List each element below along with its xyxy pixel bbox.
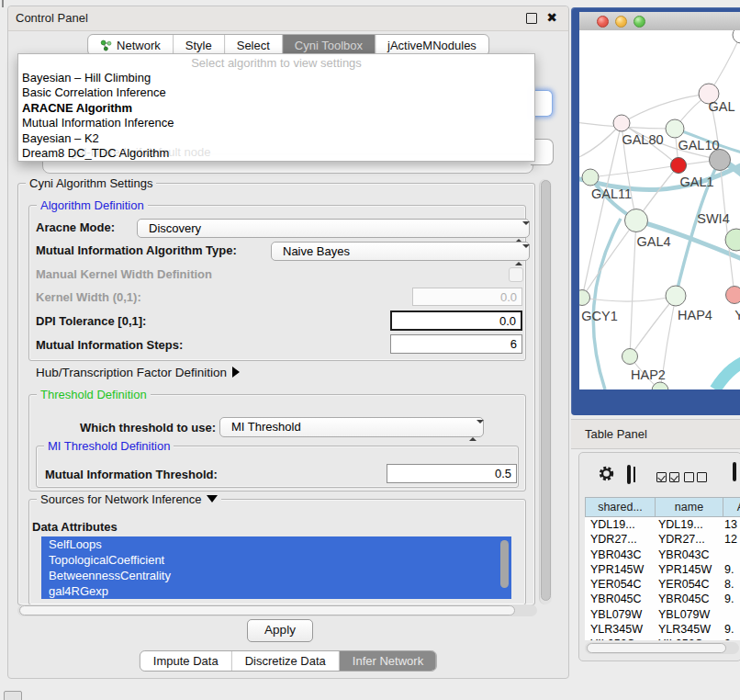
column-header[interactable]: A bbox=[723, 497, 740, 517]
tab-jactivemnodules[interactable]: jActiveMNodules bbox=[376, 35, 488, 55]
manual-kernel-width-checkbox[interactable] bbox=[509, 267, 523, 282]
algorithm-options: Bayesian – Hill ClimbingBasic Correlatio… bbox=[18, 71, 534, 161]
node-label: GAL4 bbox=[636, 234, 670, 249]
table-cell: YBR043C bbox=[585, 548, 656, 562]
network-window-titlebar[interactable] bbox=[579, 12, 740, 31]
gear-icon[interactable] bbox=[598, 465, 615, 486]
column-header[interactable]: name bbox=[655, 497, 723, 517]
algorithm-option[interactable]: Dream8 DC_TDC Algorithm bbox=[18, 146, 534, 161]
minimize-traffic-light[interactable] bbox=[615, 16, 627, 28]
table-row[interactable]: YBR043CYBR043C bbox=[585, 548, 740, 562]
tab-impute-data[interactable]: Impute Data bbox=[140, 651, 232, 671]
algorithm-option[interactable]: Mutual Information Inference bbox=[18, 116, 534, 130]
table-cell: YDR27... bbox=[585, 532, 656, 547]
data-attribute-item[interactable]: SelfLoops bbox=[41, 536, 511, 552]
dpi-tolerance-field[interactable]: 0.0 bbox=[390, 310, 522, 331]
control-panel-titlebar: Control Panel ✖ bbox=[8, 6, 568, 31]
table-cell bbox=[724, 548, 740, 562]
close-icon[interactable]: ✖ bbox=[546, 10, 557, 25]
combo-value: MI Threshold bbox=[231, 420, 301, 434]
tab-select[interactable]: Select bbox=[225, 35, 283, 55]
node-label: GCY1 bbox=[581, 309, 618, 323]
algorithm-option[interactable]: ARACNE Algorithm bbox=[18, 101, 534, 116]
table-row[interactable]: YBR045CYBR045C9. bbox=[585, 592, 740, 606]
sources-title: Sources for Network Inference bbox=[40, 492, 202, 506]
checked-checkboxes-icon[interactable] bbox=[656, 469, 679, 486]
node-gal1-red[interactable] bbox=[671, 158, 687, 174]
node-y-salmon[interactable] bbox=[726, 287, 740, 304]
node-gal4[interactable] bbox=[625, 209, 648, 232]
table-cell: YLR345W bbox=[656, 622, 724, 637]
table-cell: 12 bbox=[724, 532, 740, 547]
unchecked-checkboxes-icon[interactable] bbox=[684, 469, 707, 486]
data-attribute-item[interactable]: BetweennessCentrality bbox=[41, 568, 511, 583]
tab-label: Select bbox=[237, 39, 270, 52]
mi-steps-field[interactable]: 6 bbox=[390, 334, 522, 354]
columns-icon[interactable] bbox=[627, 467, 631, 483]
which-threshold-label: Which threshold to use: bbox=[80, 421, 216, 435]
table-row[interactable]: YBL079WYBL079W bbox=[585, 607, 740, 622]
node-bottom[interactable] bbox=[652, 382, 668, 390]
cyni-bottom-tabbar: Impute Data Discretize Data Infer Networ… bbox=[140, 650, 437, 672]
table-header: shared... name A bbox=[585, 497, 740, 517]
node-hap2[interactable] bbox=[622, 349, 638, 365]
node-gcy1[interactable] bbox=[579, 290, 590, 306]
node-hap4[interactable] bbox=[666, 286, 686, 306]
data-attribute-item[interactable]: gal4RGexp bbox=[41, 583, 511, 599]
tab-discretize-data[interactable]: Discretize Data bbox=[232, 651, 340, 671]
table-panel-titlebar: Table Panel bbox=[571, 419, 740, 449]
which-threshold-combo[interactable]: MI Threshold bbox=[219, 417, 484, 437]
node-gal10[interactable] bbox=[666, 119, 684, 138]
table-row[interactable]: YLR345WYLR345W9. bbox=[585, 622, 740, 637]
kernel-width-label: Kernel Width (0,1): bbox=[36, 290, 141, 304]
settings-vertical-scrollbar[interactable] bbox=[539, 179, 552, 604]
table-row[interactable]: YER054CYER054C8. bbox=[585, 577, 740, 592]
node-top-right[interactable] bbox=[733, 30, 740, 43]
mi-algorithm-type-combo[interactable]: Naive Bayes bbox=[271, 242, 530, 261]
hub-definition-expander[interactable]: Hub/Transcription Factor Definition bbox=[36, 366, 240, 379]
list-scrollbar-thumb[interactable] bbox=[500, 540, 509, 588]
table-row[interactable]: YIL052CYIL052C9. bbox=[585, 637, 740, 640]
column-header[interactable]: shared... bbox=[585, 497, 655, 517]
mi-threshold-field[interactable]: 0.5 bbox=[387, 464, 517, 483]
algorithm-option[interactable]: Basic Correlation Inference bbox=[18, 85, 534, 100]
tab-style[interactable]: Style bbox=[174, 35, 225, 55]
algorithm-option[interactable]: Bayesian – K2 bbox=[18, 131, 534, 146]
tab-infer-network[interactable]: Infer Network bbox=[340, 651, 436, 671]
manual-kernel-width-label: Manual Kernel Width Definition bbox=[36, 267, 212, 281]
table-cell: YBR045C bbox=[585, 592, 656, 606]
table-cell: YIL052C bbox=[585, 637, 656, 640]
combo-arrows-icon bbox=[469, 422, 477, 433]
kernel-width-field[interactable]: 0.0 bbox=[412, 288, 522, 306]
close-traffic-light[interactable] bbox=[597, 16, 609, 28]
apply-button[interactable]: Apply bbox=[247, 619, 313, 642]
data-attribute-item[interactable]: TopologicalCoefficient bbox=[41, 552, 511, 568]
zoom-traffic-light[interactable] bbox=[633, 16, 645, 28]
node-gal11[interactable] bbox=[582, 169, 599, 186]
sources-expander[interactable]: Sources for Network Inference bbox=[37, 492, 221, 506]
table-cell: 9. bbox=[724, 592, 740, 606]
document-icon[interactable] bbox=[733, 464, 736, 480]
table-row[interactable]: YPR145WYPR145W9. bbox=[585, 562, 740, 577]
node-label: GAL10 bbox=[678, 138, 719, 152]
network-canvas[interactable]: GAL GAL80 GAL10 GAL1 GAL11 SWI4 GAL4 GCY… bbox=[579, 30, 740, 390]
table-horizontal-scrollbar[interactable] bbox=[585, 642, 739, 654]
table-row[interactable]: YDL19...YDL19...13 bbox=[585, 517, 740, 532]
data-attributes-list[interactable]: SelfLoopsTopologicalCoefficientBetweenne… bbox=[41, 536, 511, 601]
algorithm-option[interactable]: Bayesian – Hill Climbing bbox=[18, 71, 534, 85]
combo-arrows-icon bbox=[515, 246, 522, 257]
float-window-icon[interactable] bbox=[526, 13, 537, 24]
minimized-panel-icon[interactable] bbox=[4, 691, 22, 700]
tab-label: Cyni Toolbox bbox=[295, 39, 363, 52]
node-gal80[interactable] bbox=[613, 115, 630, 131]
hub-definition-label: Hub/Transcription Factor Definition bbox=[36, 366, 227, 379]
table-row[interactable]: YDR27...YDR27...12 bbox=[585, 532, 740, 547]
aracne-mode-combo[interactable]: Discovery bbox=[137, 219, 530, 238]
group-title: MI Threshold Definition bbox=[44, 439, 174, 453]
table-panel: shared... name A YDL19...YDL19...13YDR27… bbox=[578, 452, 740, 661]
tab-network[interactable]: Network bbox=[88, 35, 174, 55]
tab-cyni-toolbox[interactable]: Cyni Toolbox bbox=[283, 35, 376, 55]
settings-horizontal-scrollbar[interactable] bbox=[17, 604, 537, 616]
table-cell: YPR145W bbox=[585, 562, 656, 577]
network-graph: GAL GAL80 GAL10 GAL1 GAL11 SWI4 GAL4 GCY… bbox=[579, 30, 740, 390]
